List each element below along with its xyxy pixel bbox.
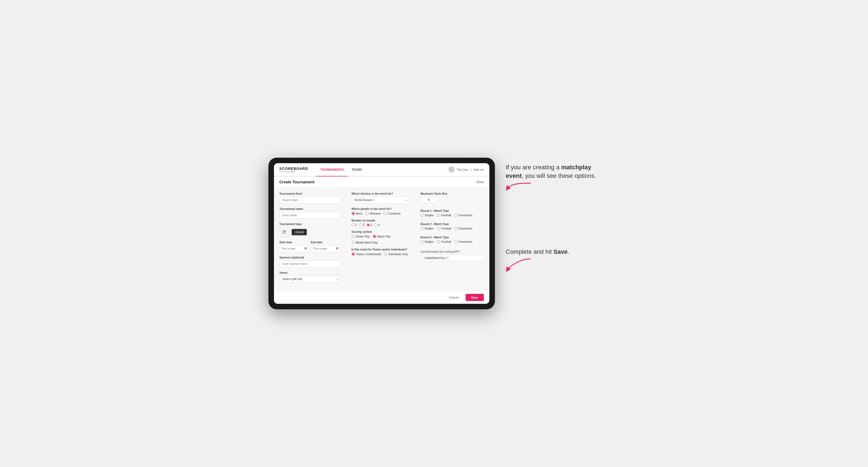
- tournament-host-input[interactable]: [279, 197, 340, 204]
- annotation-top: If you are creating a matchplay event, y…: [506, 163, 600, 198]
- round1-foursomes-label: Foursomes: [459, 214, 472, 217]
- gender-group: Which gender is the event for? Mens Wome…: [351, 208, 409, 215]
- annotation-bottom-text: Complete and hit Save.: [506, 248, 600, 256]
- scoring-medal-option[interactable]: Medal Match Play: [351, 241, 378, 244]
- teams-individuals-label: Teams (+Individuals): [356, 253, 381, 256]
- round1-fourball-option[interactable]: Fourball: [437, 214, 451, 217]
- round1-singles-option[interactable]: Singles: [421, 214, 434, 217]
- venue-label: Venue: [279, 271, 340, 274]
- round3-foursomes-option[interactable]: Foursomes: [454, 240, 472, 243]
- end-date-wrapper: 📅: [311, 245, 340, 252]
- tablet-screen: SCOREBOARD Powered by clippit TOURNAMENT…: [274, 163, 489, 304]
- api-tag-close-icon[interactable]: ✕: [445, 256, 448, 259]
- venue-select-wrapper: Search golf club: [279, 276, 340, 282]
- round3-fourball-option[interactable]: Fourball: [437, 240, 451, 243]
- api-tag-input[interactable]: Leaderboard King ✕ ⌄: [421, 255, 484, 261]
- api-tag: Leaderboard King ✕: [423, 256, 450, 260]
- tournament-name-label: Tournament name: [279, 208, 340, 211]
- scoring-medal-label: Medal Match Play: [356, 241, 378, 244]
- tournament-logo-label: Tournament logo: [279, 223, 340, 226]
- arrow-top-icon: [506, 180, 533, 197]
- scoring-stroke-option[interactable]: Stroke Play: [351, 235, 370, 238]
- round3-fourball-label: Fourball: [441, 240, 451, 243]
- round2-singles-radio[interactable]: [421, 227, 424, 230]
- annotation-top-text: If you are creating a matchplay event, y…: [506, 163, 600, 180]
- round1-singles-radio[interactable]: [421, 214, 424, 217]
- teams-label: Is this event for Teams and/or Individua…: [351, 248, 409, 251]
- round3-match-options: Singles Fourball Foursomes: [421, 240, 484, 243]
- max-team-size-input[interactable]: [421, 197, 437, 203]
- round-3-option[interactable]: 3: [367, 223, 372, 226]
- individuals-only-radio[interactable]: [384, 252, 387, 256]
- date-row: Start date 📅 End date: [279, 241, 340, 252]
- tournament-name-input[interactable]: [279, 212, 340, 219]
- form-footer: Cancel Save: [274, 291, 489, 304]
- divider-1: [421, 207, 484, 207]
- save-button[interactable]: Save: [466, 294, 484, 301]
- round-4-radio[interactable]: [374, 223, 377, 226]
- round-3-radio[interactable]: [367, 223, 370, 226]
- venue-select[interactable]: Search golf club: [279, 276, 340, 282]
- annotation-area: If you are creating a matchplay event, y…: [506, 158, 600, 285]
- scoring-medal-radio[interactable]: [351, 241, 355, 244]
- round3-foursomes-radio[interactable]: [454, 240, 457, 243]
- round1-foursomes-radio[interactable]: [454, 214, 457, 217]
- tournament-host-group: Tournament Host: [279, 192, 340, 204]
- round3-singles-radio[interactable]: [421, 240, 424, 243]
- api-section: Use third-party live scoring API? Leader…: [421, 250, 484, 261]
- back-button[interactable]: ‹ Back: [475, 180, 484, 184]
- teams-individuals-radio[interactable]: [351, 252, 355, 256]
- scoring-match-radio[interactable]: [373, 235, 376, 238]
- form-col-right: Maximum Team Size Round 1 - Match Type S…: [415, 192, 484, 286]
- scoring-stroke-label: Stroke Play: [356, 235, 370, 238]
- round2-foursomes-option[interactable]: Foursomes: [454, 227, 472, 230]
- gender-combined-option[interactable]: Combined: [383, 212, 400, 215]
- scoring-match-option[interactable]: Match Play: [373, 235, 391, 238]
- gender-womens-option[interactable]: Womens: [365, 212, 380, 215]
- start-date-label: Start date: [279, 241, 309, 244]
- round-1-option[interactable]: 1: [351, 223, 357, 226]
- tournament-host-label: Tournament Host: [279, 192, 340, 195]
- user-avatar: [448, 166, 455, 173]
- gender-mens-radio[interactable]: [351, 212, 355, 215]
- scoring-stroke-radio[interactable]: [351, 235, 355, 238]
- gender-womens-radio[interactable]: [365, 212, 369, 215]
- max-team-size-group: Maximum Team Size: [421, 192, 484, 203]
- cancel-button[interactable]: Cancel: [445, 294, 463, 301]
- round3-singles-option[interactable]: Singles: [421, 240, 434, 243]
- round1-fourball-radio[interactable]: [437, 214, 440, 217]
- round-1-radio[interactable]: [351, 223, 354, 226]
- division-select[interactable]: NCAA Division I: [351, 197, 409, 204]
- logo-row: Upload: [279, 227, 340, 237]
- round2-foursomes-label: Foursomes: [459, 227, 472, 230]
- round2-match-label: Round 2 - Match Type: [421, 223, 484, 226]
- division-label: Which division is the event for?: [351, 192, 409, 195]
- round2-singles-option[interactable]: Singles: [421, 227, 434, 230]
- nav-tournaments[interactable]: TOURNAMENTS: [316, 163, 347, 177]
- scoring-group: Scoring system Stroke Play Match Play: [351, 230, 409, 244]
- gender-radio-group: Mens Womens Combined: [351, 212, 409, 215]
- end-date-label: End date: [311, 241, 340, 244]
- round2-foursomes-radio[interactable]: [454, 227, 457, 230]
- round3-fourball-radio[interactable]: [437, 240, 440, 243]
- back-label: Back: [477, 180, 484, 184]
- round-2-option[interactable]: 2: [359, 223, 365, 226]
- round2-fourball-radio[interactable]: [437, 227, 440, 230]
- sponsor-input[interactable]: [279, 260, 340, 267]
- sponsor-group: Sponsor (optional): [279, 256, 340, 267]
- individuals-only-option[interactable]: Individuals Only: [384, 252, 408, 256]
- round-2-radio[interactable]: [359, 223, 362, 226]
- round2-fourball-option[interactable]: Fourball: [437, 227, 451, 230]
- nav-teams[interactable]: TEAMS: [348, 163, 366, 177]
- end-date-field: End date 📅: [311, 241, 340, 252]
- sign-out-link[interactable]: Sign out: [474, 168, 484, 171]
- page-title: Create Tournament: [279, 180, 315, 184]
- teams-individuals-option[interactable]: Teams (+Individuals): [351, 252, 381, 256]
- date-group: Start date 📅 End date: [279, 241, 340, 252]
- division-select-wrapper: NCAA Division I: [351, 197, 409, 204]
- round1-foursomes-option[interactable]: Foursomes: [454, 214, 472, 217]
- upload-button[interactable]: Upload: [291, 229, 307, 235]
- gender-mens-option[interactable]: Mens: [351, 212, 363, 215]
- round-4-option[interactable]: 4: [374, 223, 380, 226]
- gender-combined-radio[interactable]: [383, 212, 386, 215]
